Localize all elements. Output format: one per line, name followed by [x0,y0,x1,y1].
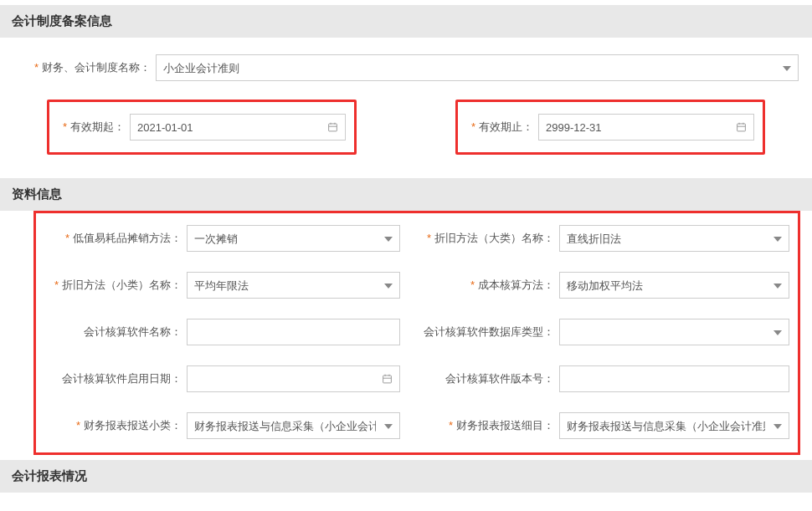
select-report-sub-cat[interactable]: 财务报表报送与信息采集（小企业会计准则） [187,412,400,439]
required-asterisk: * [54,278,59,291]
highlight-start-date: *有效期起： [47,100,357,155]
input-start-date[interactable] [130,114,346,141]
required-asterisk: * [449,419,453,432]
label-start-date: *有效期起： [58,120,130,135]
label-acct-software-start-date: 会计核算软件启用日期： [44,371,187,386]
required-asterisk: * [471,120,475,133]
section-header-filing: 会计制度备案信息 [0,5,812,38]
label-accounting-system: *财务、会计制度名称： [13,60,156,75]
label-depr-minor: *折旧方法（小类）名称： [44,278,187,293]
highlight-end-date: *有效期止： [455,100,765,155]
required-asterisk: * [76,419,80,432]
highlight-materials: *低值易耗品摊销方法： 一次摊销 *折旧方法（大类）名称： 直线折旧法 *折旧方… [33,211,800,455]
input-end-date[interactable] [538,114,754,141]
section-header-materials: 资料信息 [0,178,812,211]
label-report-sub-cat: *财务报表报送小类： [44,418,187,433]
select-report-detail[interactable]: 财务报表报送与信息采集（小企业会计准则） [559,412,789,439]
input-acct-software-name[interactable] [187,319,400,345]
select-cost-method[interactable]: 移动加权平均法 [559,272,789,299]
label-report-detail: *财务报表报送细目： [417,418,559,433]
input-acct-software-version[interactable] [559,365,789,392]
select-depr-minor[interactable]: 平均年限法 [187,272,400,299]
label-acct-software-db-type: 会计核算软件数据库类型： [417,324,559,340]
select-depr-major[interactable]: 直线折旧法 [559,225,789,252]
label-depr-major: *折旧方法（大类）名称： [417,231,559,246]
label-end-date: *有效期止： [466,120,538,135]
select-accounting-system[interactable]: 小企业会计准则 [156,54,799,81]
required-asterisk: * [65,232,69,244]
select-acct-software-db-type[interactable] [559,319,789,345]
required-asterisk: * [63,120,67,133]
label-acct-software-name: 会计核算软件名称： [44,324,187,340]
label-low-value-method: *低值易耗品摊销方法： [44,231,187,246]
label-acct-software-version: 会计核算软件版本号： [417,371,559,386]
section-header-report-status: 会计报表情况 [0,460,812,493]
required-asterisk: * [470,278,475,291]
section-body-filing: *财务、会计制度名称： 小企业会计准则 *有效期起： [0,38,812,173]
input-acct-software-start-date[interactable] [187,365,400,392]
required-asterisk: * [427,232,431,244]
required-asterisk: * [34,61,39,74]
select-low-value-method[interactable]: 一次摊销 [187,225,400,252]
label-cost-method: *成本核算方法： [417,278,559,293]
